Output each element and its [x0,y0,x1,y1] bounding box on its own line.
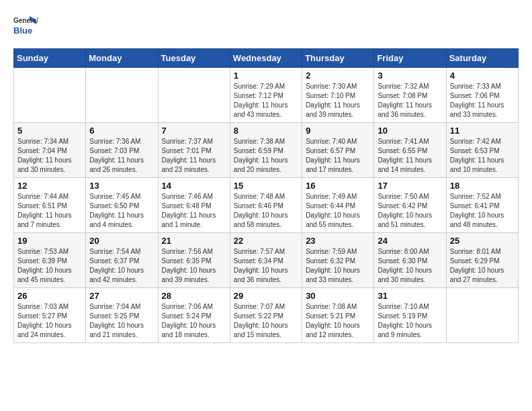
day-number: 5 [17,126,82,136]
day-number: 3 [378,71,442,81]
day-info: Sunrise: 7:07 AM Sunset: 5:22 PM Dayligh… [234,302,298,340]
day-number: 9 [306,126,370,136]
calendar-cell: 9Sunrise: 7:40 AM Sunset: 6:57 PM Daylig… [302,123,374,178]
day-number: 28 [162,291,226,301]
day-number: 16 [306,181,370,191]
calendar-cell: 29Sunrise: 7:07 AM Sunset: 5:22 PM Dayli… [230,288,302,343]
day-info: Sunrise: 7:08 AM Sunset: 5:21 PM Dayligh… [306,302,370,340]
day-info: Sunrise: 7:41 AM Sunset: 6:55 PM Dayligh… [378,137,442,175]
page-header: General Blue [13,13,519,38]
calendar-cell [158,68,230,123]
day-info: Sunrise: 8:00 AM Sunset: 6:30 PM Dayligh… [378,247,442,285]
calendar-cell: 8Sunrise: 7:38 AM Sunset: 6:59 PM Daylig… [230,123,302,178]
calendar-cell: 22Sunrise: 7:57 AM Sunset: 6:34 PM Dayli… [230,233,302,288]
weekday-header-saturday: Saturday [446,49,518,68]
calendar-cell: 11Sunrise: 7:42 AM Sunset: 6:53 PM Dayli… [446,123,518,178]
day-info: Sunrise: 7:42 AM Sunset: 6:53 PM Dayligh… [450,137,515,175]
day-info: Sunrise: 7:38 AM Sunset: 6:59 PM Dayligh… [234,137,298,175]
day-number: 29 [234,291,298,301]
weekday-header-tuesday: Tuesday [158,49,230,68]
day-number: 15 [234,181,298,191]
day-info: Sunrise: 7:34 AM Sunset: 7:04 PM Dayligh… [17,137,82,175]
day-number: 17 [378,181,442,191]
week-row-3: 12Sunrise: 7:44 AM Sunset: 6:51 PM Dayli… [14,178,519,233]
weekday-header-monday: Monday [86,49,158,68]
calendar-cell: 7Sunrise: 7:37 AM Sunset: 7:01 PM Daylig… [158,123,230,178]
calendar-cell: 20Sunrise: 7:54 AM Sunset: 6:37 PM Dayli… [86,233,158,288]
day-info: Sunrise: 7:29 AM Sunset: 7:12 PM Dayligh… [234,82,298,120]
day-info: Sunrise: 8:01 AM Sunset: 6:29 PM Dayligh… [450,247,515,285]
calendar-cell: 4Sunrise: 7:33 AM Sunset: 7:06 PM Daylig… [446,68,518,123]
day-number: 11 [450,126,515,136]
calendar-cell [446,288,518,343]
calendar-cell: 16Sunrise: 7:49 AM Sunset: 6:44 PM Dayli… [302,178,374,233]
day-info: Sunrise: 7:33 AM Sunset: 7:06 PM Dayligh… [450,82,515,120]
day-info: Sunrise: 7:46 AM Sunset: 6:48 PM Dayligh… [162,192,226,230]
day-number: 21 [162,236,226,246]
day-info: Sunrise: 7:57 AM Sunset: 6:34 PM Dayligh… [234,247,298,285]
week-row-2: 5Sunrise: 7:34 AM Sunset: 7:04 PM Daylig… [14,123,519,178]
day-number: 13 [89,181,154,191]
calendar-cell: 28Sunrise: 7:06 AM Sunset: 5:24 PM Dayli… [158,288,230,343]
day-number: 8 [234,126,298,136]
calendar-cell: 12Sunrise: 7:44 AM Sunset: 6:51 PM Dayli… [14,178,86,233]
day-info: Sunrise: 7:36 AM Sunset: 7:03 PM Dayligh… [89,137,154,175]
logo-icon: General Blue [13,13,38,38]
day-number: 7 [162,126,226,136]
day-number: 19 [17,236,82,246]
day-number: 31 [378,291,442,301]
day-number: 14 [162,181,226,191]
day-number: 1 [234,71,298,81]
calendar-cell: 24Sunrise: 8:00 AM Sunset: 6:30 PM Dayli… [374,233,446,288]
weekday-header-thursday: Thursday [302,49,374,68]
calendar-cell: 31Sunrise: 7:10 AM Sunset: 5:19 PM Dayli… [374,288,446,343]
calendar-cell: 1Sunrise: 7:29 AM Sunset: 7:12 PM Daylig… [230,68,302,123]
day-number: 24 [378,236,442,246]
calendar-cell: 30Sunrise: 7:08 AM Sunset: 5:21 PM Dayli… [302,288,374,343]
day-number: 23 [306,236,370,246]
day-info: Sunrise: 7:30 AM Sunset: 7:10 PM Dayligh… [306,82,370,120]
weekday-header-row: SundayMondayTuesdayWednesdayThursdayFrid… [14,49,519,68]
calendar-cell: 6Sunrise: 7:36 AM Sunset: 7:03 PM Daylig… [86,123,158,178]
calendar-cell: 13Sunrise: 7:45 AM Sunset: 6:50 PM Dayli… [86,178,158,233]
day-info: Sunrise: 7:45 AM Sunset: 6:50 PM Dayligh… [89,192,154,230]
day-info: Sunrise: 7:56 AM Sunset: 6:35 PM Dayligh… [162,247,226,285]
svg-text:Blue: Blue [13,26,32,36]
calendar-cell: 27Sunrise: 7:04 AM Sunset: 5:25 PM Dayli… [86,288,158,343]
calendar-cell: 14Sunrise: 7:46 AM Sunset: 6:48 PM Dayli… [158,178,230,233]
calendar-cell: 19Sunrise: 7:53 AM Sunset: 6:39 PM Dayli… [14,233,86,288]
day-number: 26 [17,291,82,301]
calendar-cell [86,68,158,123]
calendar-cell: 10Sunrise: 7:41 AM Sunset: 6:55 PM Dayli… [374,123,446,178]
calendar-cell: 23Sunrise: 7:59 AM Sunset: 6:32 PM Dayli… [302,233,374,288]
day-info: Sunrise: 7:32 AM Sunset: 7:08 PM Dayligh… [378,82,442,120]
day-info: Sunrise: 7:10 AM Sunset: 5:19 PM Dayligh… [378,302,442,340]
day-info: Sunrise: 7:44 AM Sunset: 6:51 PM Dayligh… [17,192,82,230]
day-number: 6 [89,126,154,136]
day-info: Sunrise: 7:40 AM Sunset: 6:57 PM Dayligh… [306,137,370,175]
week-row-5: 26Sunrise: 7:03 AM Sunset: 5:27 PM Dayli… [14,288,519,343]
day-info: Sunrise: 7:59 AM Sunset: 6:32 PM Dayligh… [306,247,370,285]
calendar-cell: 3Sunrise: 7:32 AM Sunset: 7:08 PM Daylig… [374,68,446,123]
day-number: 25 [450,236,515,246]
day-info: Sunrise: 7:50 AM Sunset: 6:42 PM Dayligh… [378,192,442,230]
day-number: 30 [306,291,370,301]
day-number: 22 [234,236,298,246]
calendar-cell: 15Sunrise: 7:48 AM Sunset: 6:46 PM Dayli… [230,178,302,233]
calendar-cell: 26Sunrise: 7:03 AM Sunset: 5:27 PM Dayli… [14,288,86,343]
calendar-cell: 17Sunrise: 7:50 AM Sunset: 6:42 PM Dayli… [374,178,446,233]
day-info: Sunrise: 7:37 AM Sunset: 7:01 PM Dayligh… [162,137,226,175]
day-number: 27 [89,291,154,301]
calendar-table: SundayMondayTuesdayWednesdayThursdayFrid… [13,48,519,343]
day-number: 4 [450,71,515,81]
day-info: Sunrise: 7:49 AM Sunset: 6:44 PM Dayligh… [306,192,370,230]
weekday-header-friday: Friday [374,49,446,68]
day-number: 2 [306,71,370,81]
logo: General Blue [13,13,38,38]
day-info: Sunrise: 7:06 AM Sunset: 5:24 PM Dayligh… [162,302,226,340]
calendar-cell [14,68,86,123]
day-info: Sunrise: 7:54 AM Sunset: 6:37 PM Dayligh… [89,247,154,285]
day-info: Sunrise: 7:03 AM Sunset: 5:27 PM Dayligh… [17,302,82,340]
day-info: Sunrise: 7:48 AM Sunset: 6:46 PM Dayligh… [234,192,298,230]
calendar-cell: 2Sunrise: 7:30 AM Sunset: 7:10 PM Daylig… [302,68,374,123]
